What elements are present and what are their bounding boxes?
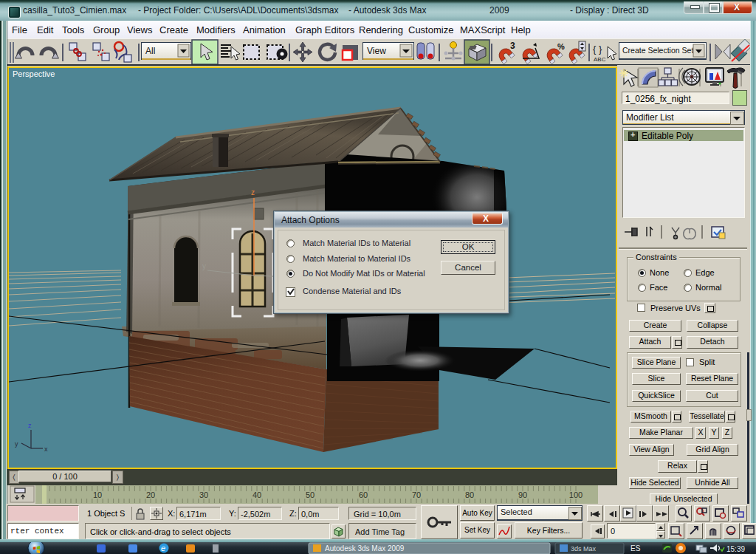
svg-text:ABC: ABC <box>594 56 606 63</box>
svg-text:x: x <box>44 445 48 453</box>
svg-text:90: 90 <box>518 490 527 499</box>
svg-text:z: z <box>28 422 32 429</box>
svg-text:10: 10 <box>93 490 102 499</box>
svg-text:View: View <box>367 46 386 56</box>
svg-text:3ds Max: 3ds Max <box>571 545 597 553</box>
svg-text:20: 20 <box>146 490 155 499</box>
svg-text:70: 70 <box>412 490 421 499</box>
svg-text:100: 100 <box>569 490 583 499</box>
svg-text:3: 3 <box>510 41 515 51</box>
svg-text:15:39: 15:39 <box>726 545 745 553</box>
svg-text:30: 30 <box>199 490 208 499</box>
svg-text:z: z <box>251 188 255 196</box>
svg-text:Autodesk 3ds Max 2009: Autodesk 3ds Max 2009 <box>325 544 405 553</box>
svg-text:e: e <box>161 544 165 553</box>
svg-text:%: % <box>557 42 565 51</box>
svg-text:Create Selection Set: Create Selection Set <box>622 46 693 55</box>
svg-text:60: 60 <box>359 490 368 499</box>
svg-text:{ }: { } <box>593 44 602 55</box>
svg-text:40: 40 <box>252 490 261 499</box>
svg-text:All: All <box>145 46 155 56</box>
svg-text:y: y <box>15 440 18 448</box>
svg-text:ES: ES <box>630 544 641 553</box>
svg-text:y: y <box>202 262 206 270</box>
svg-text:50: 50 <box>306 490 315 499</box>
svg-text:80: 80 <box>465 490 474 499</box>
